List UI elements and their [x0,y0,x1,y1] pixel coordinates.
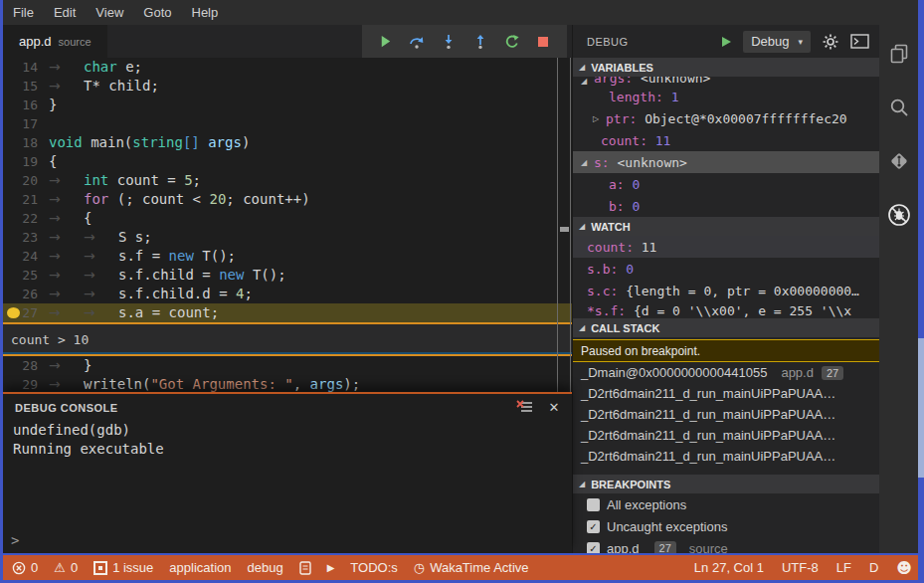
stack-frame[interactable]: _D2rt6dmain211_d_run_mainUiPPaPUAA… [573,383,879,404]
line-number[interactable]: 18 [3,133,49,152]
variable-row[interactable]: ◢args: <unknown> [573,77,879,86]
tab-app-d[interactable]: app.d source [3,25,107,58]
status-d[interactable]: D [869,560,878,575]
stack-frame[interactable]: _D2rt6dmain211_d_run_mainUiPPaPUAA… [573,425,879,446]
code-line-18[interactable]: 18void main(string[] args) [3,133,572,152]
restart-button[interactable] [504,34,520,50]
code-line-28[interactable]: 28→} [3,356,572,375]
section-header-watch[interactable]: ◢ WATCH [573,217,879,236]
code-line-14[interactable]: 14→char e; [3,58,572,77]
section-header-call-stack[interactable]: ◢ CALL STACK [573,318,879,337]
line-number[interactable]: 16 [3,96,49,114]
source-control-icon[interactable] [886,148,912,174]
window-scrollbar-thumb[interactable] [918,338,924,478]
code-line-27[interactable]: 27→→s.a = count; [3,303,572,322]
breakpoint-dot[interactable] [7,307,20,318]
code-line-19[interactable]: 19{ [3,152,572,171]
watch-row[interactable]: s.b: 0 [573,258,879,280]
files-icon[interactable] [886,41,912,67]
line-number[interactable]: 19 [3,152,49,171]
variable-row[interactable]: length: 1 [573,86,879,107]
status-play[interactable]: ▶ [327,562,335,573]
continue-button[interactable] [378,34,394,50]
variable-row[interactable]: a: 0 [573,173,879,195]
status-0[interactable]: 0 [12,560,38,575]
stack-frame[interactable]: _D2rt6dmain211_d_run_mainUiPPaPUAA… [573,404,879,425]
watch-row[interactable]: count: 11 [573,236,879,258]
code-line-22[interactable]: 22→{ [3,209,572,228]
code-line-17[interactable]: 17 [3,114,572,133]
gear-icon[interactable] [822,33,839,51]
code-line-29[interactable]: 29→writeln("Got Arguments: ", args); [3,375,572,392]
line-number[interactable]: 22 [3,209,49,228]
clear-console-icon[interactable] [516,400,533,415]
watch-row[interactable]: s.c: {length = 0, ptr = 0x00000000… [573,280,879,301]
debug-config-dropdown[interactable]: Debug ▾ [743,31,811,53]
variable-row[interactable]: b: 0 [573,195,879,217]
breakpoint-row[interactable]: ✓app.d27source [573,537,879,553]
status-ln-27-col-1[interactable]: Ln 27, Col 1 [694,560,764,575]
status-file[interactable] [299,561,311,575]
stack-frame[interactable]: _Dmain@0x0000000000441055app.d27 [573,362,879,383]
status-utf-8[interactable]: UTF-8 [782,560,819,575]
checkbox-checked[interactable]: ✓ [587,542,600,554]
variable-row[interactable]: ▷ptr: Object@*0x00007fffffffec20 [573,107,879,129]
checkbox-checked[interactable]: ✓ [587,520,600,533]
status-lf[interactable]: LF [836,560,851,575]
debug-off-icon[interactable] [886,202,912,228]
code-line-15[interactable]: 15→T* child; [3,77,572,96]
variable-row[interactable]: ◢s: <unknown> [573,151,879,173]
line-number[interactable]: 15 [3,77,49,96]
line-number[interactable]: 25 [3,266,49,285]
editor-scrollbar[interactable] [557,58,571,392]
code-line-20[interactable]: 20→int count = 5; [3,171,572,190]
search-icon[interactable] [886,95,912,120]
breakpoint-condition-box[interactable]: count > 10 [3,322,572,356]
open-console-icon[interactable] [850,34,869,49]
console-input-prompt[interactable]: > [11,532,19,548]
line-number[interactable]: 26 [3,285,49,303]
variable-row[interactable]: count: 11 [573,129,879,151]
line-number[interactable]: 20 [3,171,49,190]
breakpoint-row[interactable]: All exceptions [573,493,879,515]
step-into-button[interactable] [441,34,457,50]
step-over-button[interactable] [409,34,425,50]
line-number[interactable]: 21 [3,190,49,209]
menu-goto[interactable]: Goto [133,0,181,25]
status-smiley[interactable]: ☻ [896,559,912,577]
line-number[interactable]: 24 [3,247,49,266]
line-number[interactable]: 14 [3,58,49,77]
checkbox-unchecked[interactable] [587,498,600,511]
line-number[interactable]: 17 [3,114,49,133]
menu-edit[interactable]: Edit [44,0,86,25]
code-line-23[interactable]: 23→→S s; [3,228,572,247]
menu-file[interactable]: File [3,0,44,25]
line-number[interactable]: 29 [3,375,49,392]
code-line-24[interactable]: 24→→s.f = new T(); [3,247,572,266]
watch-row[interactable]: *s.f: {d = 0 '\\x00', e = 255 '\\x [573,301,879,318]
code-area[interactable]: 14→char e;15→T* child;16}1718void main(s… [3,58,572,392]
status-application[interactable]: application [169,560,231,575]
breakpoint-row[interactable]: ✓Uncaught exceptions [573,515,879,537]
code-line-21[interactable]: 21→for (; count < 20; count++) [3,190,572,209]
stack-frame[interactable]: _D2rt6dmain211_d_run_mainUiPPaPUAA… [573,446,879,467]
section-header-variables[interactable]: ◢ VARIABLES [573,58,879,77]
status-wakatime-active[interactable]: ◷WakaTime Active [414,560,529,575]
menu-view[interactable]: View [86,0,133,25]
line-number[interactable]: 23 [3,228,49,247]
status-0[interactable]: ⚠0 [54,560,78,575]
section-header-breakpoints[interactable]: ◢ BREAKPOINTS [573,475,879,493]
start-debug-icon[interactable] [720,36,732,48]
status-debug[interactable]: debug [247,560,282,575]
stop-button[interactable] [535,34,551,50]
step-out-button[interactable] [472,34,488,50]
close-icon[interactable]: ✕ [549,400,560,415]
line-number[interactable]: 28 [3,356,49,375]
code-line-26[interactable]: 26→→s.f.child.d = 4; [3,285,572,303]
editor-scrollbar-thumb[interactable] [560,227,569,232]
code-line-16[interactable]: 16} [3,96,572,114]
menu-help[interactable]: Help [182,0,229,25]
code-line-25[interactable]: 25→→s.f.child = new T(); [3,266,572,285]
status-todo-s[interactable]: TODO:s [350,560,397,575]
status-1-issue[interactable]: 1 issue [93,560,153,575]
